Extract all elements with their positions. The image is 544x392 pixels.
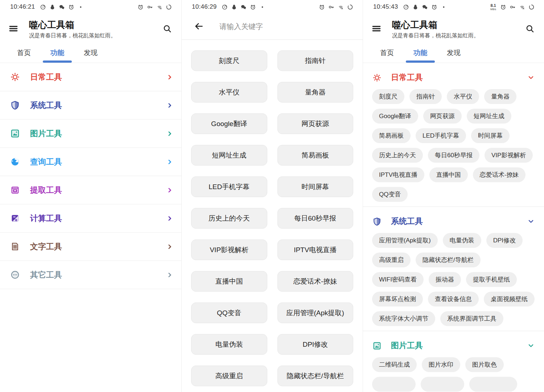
tool-chip[interactable]: 系统字体大小调节 [372,311,435,326]
tool-button[interactable]: 量角器 [277,82,354,103]
chip-row: 历史上的今天每日60秒早报VIP影视解析 [372,148,535,163]
tool-chip[interactable]: 网页获源 [423,109,462,124]
tool-button[interactable]: 指南针 [277,50,354,71]
tool-chip[interactable]: 桌面视频壁纸 [484,292,535,306]
calculator-icon [10,213,20,223]
chip-row: 系统字体大小调节系统界面调节工具 [372,311,535,326]
tool-chip[interactable]: 刻度尺 [372,89,404,104]
tab-home[interactable]: 首页 [7,43,41,63]
chevron-down-icon [527,217,535,225]
vpn-key-icon [510,4,516,10]
tool-chip[interactable] [469,377,517,392]
tool-button[interactable]: IPTV电视直播 [277,239,354,260]
tool-chip[interactable]: 指南针 [409,89,442,104]
tool-chip[interactable]: 高级重启 [372,253,411,267]
tool-button[interactable]: 短网址生成 [191,145,267,166]
tab-discover[interactable]: 发现 [437,43,470,63]
tool-chip[interactable]: IPTV电视直播 [372,167,424,182]
tool-chip[interactable]: Google翻译 [372,109,418,124]
back-button[interactable] [190,18,207,35]
tool-chip[interactable]: 图片取色 [465,357,504,372]
search-input[interactable]: 请输入关键字 [219,22,354,32]
tab-discover[interactable]: 发现 [74,43,107,63]
tool-button[interactable]: 高级重启 [191,366,267,386]
tool-button[interactable]: 恋爱话术-撩妹 [277,271,354,292]
tool-chip[interactable]: 振动器 [429,272,461,287]
tool-button[interactable]: VIP影视解析 [191,239,267,260]
tool-chip[interactable]: 历史上的今天 [372,148,423,163]
doc-icon [10,242,20,251]
tool-button[interactable]: 隐藏状态栏/导航栏 [277,366,354,386]
tab-label: 功能 [50,48,64,58]
data-saver-icon [528,4,535,10]
menu-item-extract-tools[interactable]: 提取工具 [0,176,181,204]
tool-chip[interactable]: VIP影视解析 [485,148,533,163]
menu-item-other-tools[interactable]: 其它工具 [0,261,181,289]
tool-chip[interactable]: 简易画板 [372,128,411,143]
section-header-daily-tools[interactable]: 日常工具 [372,66,535,89]
network-speed-unit: MB/s [490,8,496,11]
tool-chip[interactable]: WIFI密码查看 [372,272,424,287]
tool-chip[interactable]: 每日60秒早报 [428,148,479,163]
tool-button[interactable]: DPI修改 [277,334,354,355]
tool-button[interactable]: 简易画板 [277,145,354,166]
tab-features[interactable]: 功能 [41,43,74,63]
alarm-clock-icon [319,4,325,10]
tool-button[interactable]: 历史上的今天 [191,208,267,229]
chevron-right-icon [166,158,173,166]
tab-features[interactable]: 功能 [404,43,437,63]
tool-chip[interactable]: 时间屏幕 [471,128,510,143]
tool-chip[interactable]: 量角器 [484,89,516,104]
tool-button[interactable]: Google翻译 [191,113,267,134]
tool-button[interactable]: 直播中国 [191,271,267,292]
section-header-system-tools[interactable]: 系统工具 [372,210,535,233]
network-speed-value: 8.1 [490,4,496,8]
tool-chip[interactable] [421,377,464,392]
data-saver-icon [347,4,353,10]
tool-button[interactable]: 时间屏幕 [277,176,354,197]
tool-button[interactable]: LED手机字幕 [191,176,267,197]
tool-button[interactable]: 应用管理(Apk提取) [277,303,354,323]
section-header-image-tools[interactable]: 图片工具 [372,334,535,357]
status-time: 10:46:21 [10,3,35,11]
tool-button[interactable]: 每日60秒早报 [277,208,354,229]
tool-chip[interactable]: 屏幕坏点检测 [372,292,423,306]
tool-button[interactable]: QQ变音 [191,303,267,323]
tool-chip[interactable]: 查看设备信息 [428,292,479,306]
tool-chip[interactable]: 系统界面调节工具 [440,311,503,326]
tool-chip[interactable]: QQ变音 [372,187,408,202]
tool-chip[interactable]: DPI修改 [486,233,523,248]
tool-button[interactable]: 网页获源 [277,113,354,134]
menu-item-query-tools[interactable]: 查询工具 [0,148,181,176]
tool-chip[interactable] [372,377,416,392]
tool-button[interactable]: 水平仪 [191,82,267,103]
menu-button[interactable] [368,21,385,37]
menu-item-image-tools[interactable]: 图片工具 [0,120,181,148]
menu-item-system-tools[interactable]: 系统工具 [0,91,181,120]
menu-item-text-tools[interactable]: 文字工具 [0,233,181,261]
search-button[interactable] [522,21,538,37]
panel-categories: 10:46:21 噬心工具箱 况是青春日将暮，桃花乱落如红雨。 首页 功能 发现… [0,0,181,392]
tool-chip[interactable]: 水平仪 [447,89,479,104]
tool-chip[interactable]: 直播中国 [429,167,468,182]
tool-chip[interactable]: 图片水印 [422,357,460,372]
tool-chip[interactable]: 恋爱话术-撩妹 [473,167,526,182]
tool-chip[interactable]: 提取手机壁纸 [466,272,517,287]
menu-item-calc-tools[interactable]: 计算工具 [0,204,181,233]
tool-chip[interactable]: 二维码生成 [372,357,417,372]
menu-item-daily-tools[interactable]: 日常工具 [0,63,181,91]
extract-icon [10,185,20,195]
tool-button[interactable]: 电量伪装 [191,334,267,355]
section-divider [363,207,544,207]
chip-row: IPTV电视直播直播中国恋爱话术-撩妹 [372,167,535,182]
menu-button[interactable] [5,21,22,37]
tool-chip[interactable]: LED手机字幕 [416,128,466,143]
search-button[interactable] [159,21,176,37]
tool-chip[interactable]: 应用管理(Apk提取) [372,233,438,248]
tool-chip[interactable]: 短网址生成 [467,109,511,124]
tool-button[interactable]: 刻度尺 [191,50,267,71]
tool-chip[interactable]: 电量伪装 [443,233,481,248]
tab-home[interactable]: 首页 [370,43,404,63]
status-icons-left [403,4,447,10]
tool-chip[interactable]: 隐藏状态栏/导航栏 [416,253,481,267]
